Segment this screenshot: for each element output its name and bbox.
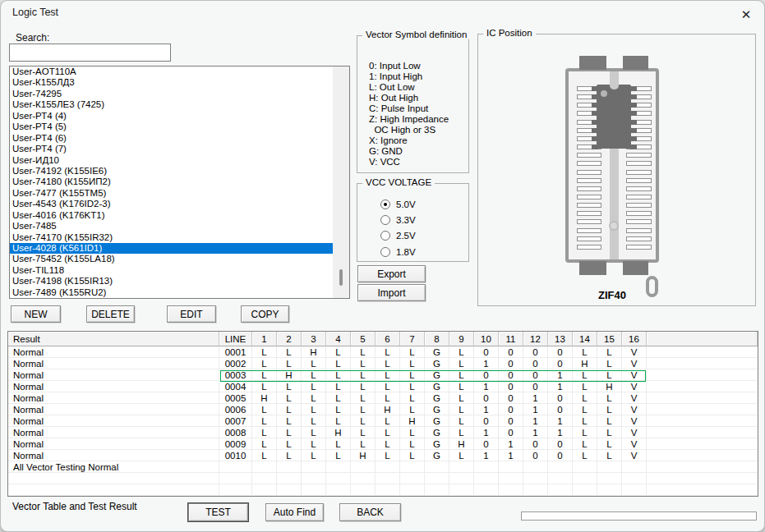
vector-cell[interactable]: L [302, 358, 326, 369]
radio-unselected-icon[interactable] [380, 247, 390, 257]
vector-cell[interactable]: L [277, 450, 302, 461]
column-header-pin[interactable]: 12 [523, 332, 548, 346]
vector-cell[interactable]: 0 [523, 438, 548, 450]
vector-cell[interactable]: 1 [474, 381, 499, 392]
vector-cell[interactable]: 0 [499, 427, 523, 438]
vcc-option-1.8V[interactable]: 1.8V [380, 244, 416, 259]
vector-cell[interactable]: 1 [499, 450, 523, 461]
list-item[interactable]: User-7477 (K155TM5) [10, 188, 349, 199]
list-item[interactable]: User-РТ4 (5) [10, 122, 349, 132]
column-header-pin[interactable]: 13 [548, 332, 573, 346]
vector-cell[interactable]: G [425, 450, 449, 461]
vector-cell[interactable]: L [351, 346, 376, 358]
vector-cell[interactable]: 0 [523, 381, 548, 392]
copy-button[interactable]: COPY [241, 305, 289, 323]
vector-cell[interactable]: 0 [548, 392, 573, 404]
vector-cell[interactable]: L [400, 392, 425, 404]
vector-cell[interactable]: G [425, 427, 449, 438]
vector-cell[interactable]: L [252, 404, 277, 415]
vector-cell[interactable]: L [252, 438, 277, 450]
vector-cell[interactable]: L [449, 346, 474, 358]
vector-cell[interactable]: 1 [474, 404, 499, 415]
vector-cell[interactable]: L [573, 346, 597, 358]
list-item[interactable]: User-75452 (K155LA18) [10, 254, 349, 264]
vector-cell[interactable]: L [400, 404, 425, 415]
vector-cell[interactable]: L [573, 415, 597, 427]
vector-cell[interactable]: L [277, 381, 302, 392]
vector-cell[interactable]: G [425, 358, 449, 369]
vector-cell[interactable]: V [622, 427, 647, 438]
result-cell[interactable]: Normal [8, 450, 219, 461]
vector-cell[interactable]: L [252, 381, 277, 392]
vector-cell[interactable]: H [400, 415, 425, 427]
line-cell[interactable]: 0007 [219, 415, 252, 427]
column-header-pin[interactable]: 15 [597, 332, 622, 346]
vector-cell[interactable]: 1 [523, 392, 548, 404]
vector-cell[interactable]: 1 [474, 450, 499, 461]
vector-cell[interactable]: L [400, 369, 425, 381]
test-button[interactable]: TEST [188, 503, 248, 521]
list-item[interactable]: User-РТ4 (6) [10, 133, 349, 144]
vector-cell[interactable]: L [573, 438, 597, 450]
vector-cell[interactable]: L [400, 427, 425, 438]
vector-cell[interactable]: L [573, 404, 597, 415]
vcc-option-5.0V[interactable]: 5.0V [380, 196, 416, 212]
vector-cell[interactable]: L [302, 369, 326, 381]
vector-cell[interactable]: L [277, 392, 302, 404]
vector-cell[interactable]: L [326, 450, 351, 461]
vector-cell[interactable]: 0 [523, 358, 548, 369]
list-scrollbar-thumb[interactable] [339, 269, 343, 286]
vector-cell[interactable]: L [277, 415, 302, 427]
list-item[interactable]: User-4543 (K176ID2-3) [10, 199, 349, 209]
vector-cell[interactable]: L [277, 438, 302, 450]
line-cell[interactable]: 0004 [219, 381, 252, 392]
vector-cell[interactable]: L [597, 392, 622, 404]
result-cell[interactable]: Normal [8, 358, 219, 369]
vector-cell[interactable]: L [376, 381, 400, 392]
line-cell[interactable]: 0005 [219, 392, 252, 404]
column-header-pin[interactable]: 11 [499, 332, 523, 346]
vector-cell[interactable]: L [400, 450, 425, 461]
list-item[interactable]: User-7489 (K155RU2) [10, 287, 349, 298]
vector-cell[interactable]: 0 [548, 346, 573, 358]
vector-cell[interactable]: L [326, 346, 351, 358]
list-item[interactable]: User-74180 (К155ИП2) [10, 177, 349, 187]
list-item[interactable]: User-4028 (K561ID1) [10, 243, 349, 254]
vector-cell[interactable]: L [326, 438, 351, 450]
vector-cell[interactable]: L [573, 450, 597, 461]
vector-cell[interactable]: 0 [474, 438, 499, 450]
vector-cell[interactable]: H [351, 450, 376, 461]
vector-cell[interactable]: L [597, 358, 622, 369]
list-scrollbar[interactable] [333, 66, 349, 298]
list-item[interactable]: User-7485 [10, 221, 349, 232]
column-header-pin[interactable]: 8 [425, 332, 449, 346]
vector-cell[interactable]: 0 [499, 404, 523, 415]
vector-cell[interactable]: 0 [499, 346, 523, 358]
vector-cell[interactable]: L [597, 404, 622, 415]
vector-cell[interactable]: L [400, 358, 425, 369]
radio-unselected-icon[interactable] [380, 215, 390, 225]
vector-cell[interactable]: L [376, 369, 400, 381]
list-item[interactable]: User-РТ4 (7) [10, 144, 349, 154]
list-item[interactable]: User-К155ЛД3 [10, 77, 349, 88]
vector-cell[interactable]: 0 [474, 346, 499, 358]
column-header-pin[interactable]: 7 [400, 332, 425, 346]
vector-cell[interactable]: L [351, 415, 376, 427]
vector-cell[interactable]: L [302, 450, 326, 461]
vector-cell[interactable]: V [622, 358, 647, 369]
vector-cell[interactable]: H [252, 392, 277, 404]
vector-cell[interactable]: L [573, 427, 597, 438]
column-header-pin[interactable]: 9 [449, 332, 474, 346]
line-cell[interactable]: 0001 [219, 346, 252, 358]
vector-cell[interactable]: 0 [523, 346, 548, 358]
vcc-option-2.5V[interactable]: 2.5V [380, 228, 416, 244]
list-item[interactable]: User-TIL118 [10, 265, 349, 276]
close-icon[interactable]: ✕ [735, 5, 757, 25]
result-cell[interactable]: Normal [8, 427, 219, 438]
list-item[interactable]: User-74170 (K155IR32) [10, 232, 349, 243]
vector-cell[interactable]: V [622, 392, 647, 404]
vector-cell[interactable]: L [376, 415, 400, 427]
result-cell[interactable]: Normal [8, 438, 219, 450]
vcc-option-3.3V[interactable]: 3.3V [380, 212, 416, 227]
vector-cell[interactable]: 1 [523, 427, 548, 438]
